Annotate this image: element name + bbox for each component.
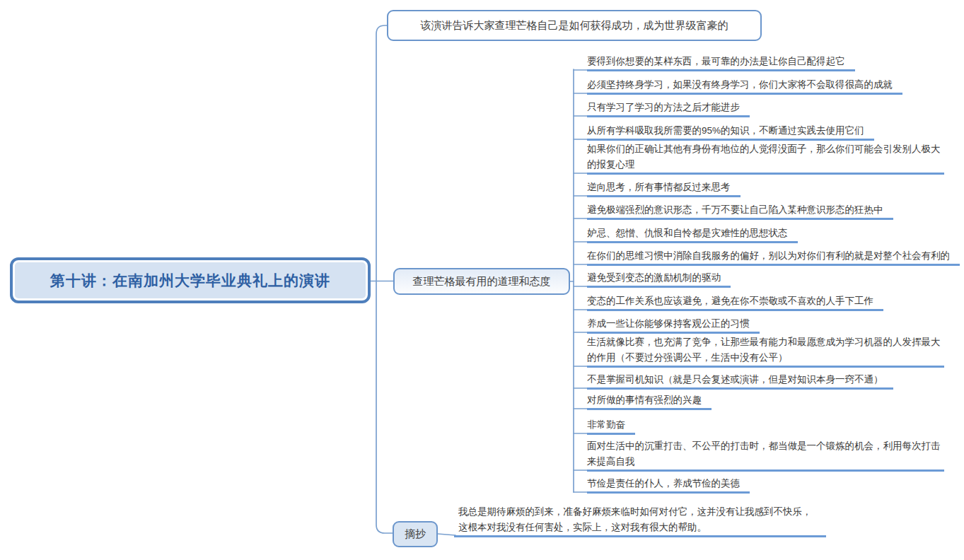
- subtopic-label[interactable]: 面对生活中的沉重打击、不公平的打击时，都当做是一个锻炼的机会，利用每次打击来提高…: [587, 438, 944, 472]
- subtopic-label[interactable]: 对所做的事情有强烈的兴趣: [587, 392, 712, 410]
- subtopic-label[interactable]: 非常勤奋: [587, 417, 635, 435]
- subtopic-item: 生活就像比赛，也充满了竞争，让那些最有能力和最愿意成为学习机器的人发挥最大的作用…: [587, 334, 944, 368]
- subtopic-item: 必须坚持终身学习，如果没有终身学习，你们大家将不会取得很高的成就: [587, 77, 902, 95]
- subtopic-label[interactable]: 避免极端强烈的意识形态，千万不要让自己陷入某种意识形态的狂热中: [587, 202, 893, 220]
- root-topic[interactable]: 第十讲：在南加州大学毕业典礼上的演讲: [10, 257, 371, 303]
- subtopic-label[interactable]: 养成一些让你能够保持客观公正的习惯: [587, 316, 760, 334]
- subtopic-label[interactable]: 在你们的思维习惯中消除自我服务的偏好，别以为对你们有利的就是对整个社会有利的: [587, 248, 960, 266]
- branch-overview-label: 该演讲告诉大家查理芒格自己是如何获得成功，成为世界级富豪的: [421, 19, 728, 33]
- subtopic-item: 对所做的事情有强烈的兴趣: [587, 392, 712, 410]
- subtopic-item: 要得到你想要的某样东西，最可靠的办法是让你自己配得起它: [587, 54, 855, 71]
- subtopic-item: 如果你们的正确让其他有身份有地位的人觉得没面子，那么你们可能会引发别人极大的报复…: [587, 141, 944, 175]
- subtopic-label[interactable]: 从所有学科吸取我所需要的95%的知识，不断通过实践去使用它们: [587, 123, 874, 141]
- subtopic-label[interactable]: 生活就像比赛，也充满了竞争，让那些最有能力和最愿意成为学习机器的人发挥最大的作用…: [587, 334, 944, 368]
- mindmap-canvas: 第十讲：在南加州大学毕业典礼上的演讲 该演讲告诉大家查理芒格自己是如何获得成功，…: [0, 0, 964, 560]
- subtopic-label[interactable]: 要得到你想要的某样东西，最可靠的办法是让你自己配得起它: [587, 54, 855, 71]
- subtopic-item: 不是掌握司机知识（就是只会复述或演讲，但是对知识本身一窍不通）: [587, 372, 893, 390]
- excerpt-quote-item: 我总是期待麻烦的到来，准备好麻烦来临时如何对付它，这并没有让我感到不快乐，这根本…: [454, 504, 826, 537]
- subtopic-item: 节俭是责任的仆人，养成节俭的美德: [587, 476, 750, 494]
- subtopic-label[interactable]: 变态的工作关系也应该避免，避免在你不崇敬或不喜欢的人手下工作: [587, 293, 883, 311]
- subtopic-label[interactable]: 避免受到变态的激励机制的驱动: [587, 270, 731, 288]
- subtopic-item: 非常勤奋: [587, 417, 635, 435]
- branch-topic-excerpt[interactable]: 摘抄: [393, 521, 438, 547]
- subtopic-item: 在你们的思维习惯中消除自我服务的偏好，别以为对你们有利的就是对整个社会有利的: [587, 248, 960, 266]
- subtopic-item: 从所有学科吸取我所需要的95%的知识，不断通过实践去使用它们: [587, 123, 874, 141]
- subtopic-item: 逆向思考，所有事情都反过来思考: [587, 180, 741, 197]
- subtopic-label[interactable]: 节俭是责任的仆人，养成节俭的美德: [587, 476, 750, 494]
- subtopic-item: 面对生活中的沉重打击、不公平的打击时，都当做是一个锻炼的机会，利用每次打击来提高…: [587, 438, 944, 472]
- subtopic-label[interactable]: 必须坚持终身学习，如果没有终身学习，你们大家将不会取得很高的成就: [587, 77, 902, 95]
- subtopic-item: 避免极端强烈的意识形态，千万不要让自己陷入某种意识形态的狂热中: [587, 202, 893, 220]
- branch-topic-principles[interactable]: 查理芒格最有用的道理和态度: [393, 268, 570, 295]
- subtopic-label[interactable]: 只有学习了学习的方法之后才能进步: [587, 100, 750, 117]
- subtopic-item: 变态的工作关系也应该避免，避免在你不崇敬或不喜欢的人手下工作: [587, 293, 883, 311]
- excerpt-quote-label[interactable]: 我总是期待麻烦的到来，准备好麻烦来临时如何对付它，这并没有让我感到不快乐，这根本…: [454, 504, 826, 537]
- branch-excerpt-label: 摘抄: [405, 527, 426, 541]
- branch-principles-label: 查理芒格最有用的道理和态度: [413, 275, 551, 288]
- subtopic-label[interactable]: 不是掌握司机知识（就是只会复述或演讲，但是对知识本身一窍不通）: [587, 372, 893, 390]
- subtopic-item: 养成一些让你能够保持客观公正的习惯: [587, 316, 760, 334]
- subtopic-label[interactable]: 妒忌、怨憎、仇恨和自怜都是灾难性的思想状态: [587, 226, 798, 243]
- subtopic-item: 避免受到变态的激励机制的驱动: [587, 270, 731, 288]
- subtopic-item: 妒忌、怨憎、仇恨和自怜都是灾难性的思想状态: [587, 226, 798, 243]
- root-topic-label: 第十讲：在南加州大学毕业典礼上的演讲: [50, 271, 330, 291]
- branch-topic-overview[interactable]: 该演讲告诉大家查理芒格自己是如何获得成功，成为世界级富豪的: [387, 10, 762, 41]
- subtopic-label[interactable]: 如果你们的正确让其他有身份有地位的人觉得没面子，那么你们可能会引发别人极大的报复…: [587, 141, 944, 175]
- subtopic-item: 只有学习了学习的方法之后才能进步: [587, 100, 750, 117]
- subtopic-label[interactable]: 逆向思考，所有事情都反过来思考: [587, 180, 741, 197]
